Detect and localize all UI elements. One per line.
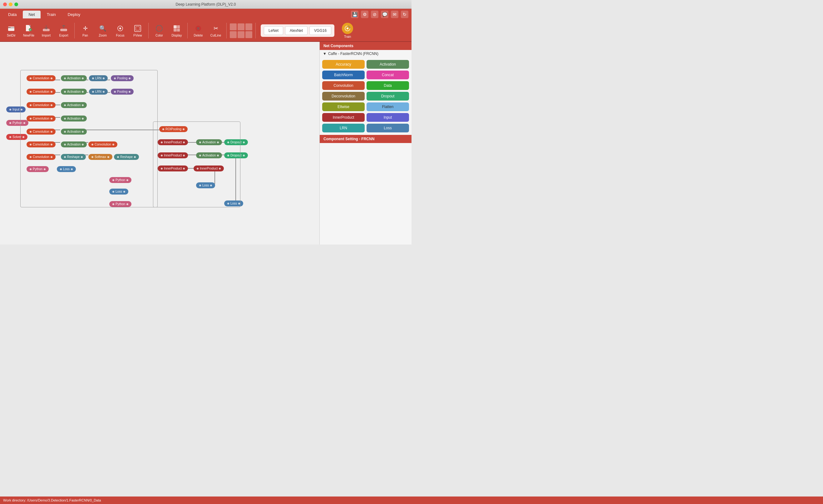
fview-button[interactable]: FView [130,21,146,40]
comp-convolution[interactable]: Convolution [322,81,365,90]
comp-deconvolution[interactable]: Deconvolution [322,92,365,101]
act-node-7[interactable]: Activation [196,139,222,145]
canvas-area[interactable]: Input Python Solver Convolution Activati… [0,42,319,244]
python-node-2[interactable]: Python [26,166,49,172]
python-node-4[interactable]: Python [109,201,132,207]
tab-train[interactable]: Train [41,11,61,18]
separator-5 [256,23,256,38]
align-right-button[interactable] [245,31,252,38]
separator-1 [74,23,74,38]
align-center-button[interactable] [237,31,244,38]
close-button[interactable] [3,2,7,6]
comp-data[interactable]: Data [366,81,409,90]
ip-node-4[interactable]: InnerProduct [194,166,224,171]
align-bottom-button[interactable] [245,23,252,30]
vgg16-button[interactable]: VGG16 [309,26,331,35]
mail-icon[interactable]: ✉ [391,11,398,18]
conv-node-2[interactable]: Convolution [26,89,55,95]
svg-rect-13 [177,25,180,28]
tab-deploy[interactable]: Deploy [62,11,86,18]
conv-node-1[interactable]: Convolution [26,75,55,81]
newfile-button[interactable]: + NewFile [21,21,37,40]
cutline-icon: ✂ [211,24,220,33]
component-grid: Accuracy Activation BatchNorm Concat Con… [320,57,412,135]
align-top-button[interactable] [230,23,237,30]
comp-batchnorm[interactable]: BatchNorm [322,70,365,79]
loss-node-2[interactable]: Loss [109,189,128,194]
comp-innerproduct[interactable]: InnerProduct [322,113,365,122]
focus-icon [116,24,125,33]
loss-node-3[interactable]: Loss [196,182,215,188]
cutline-button[interactable]: ✂ CutLine [208,21,224,40]
maximize-button[interactable] [14,2,18,6]
color-button[interactable]: Color [151,21,167,40]
comp-dropout[interactable]: Dropout [366,92,409,101]
align-middle-button[interactable] [237,23,244,30]
reshape-node-2[interactable]: Reshape [114,154,139,160]
zoom-button[interactable]: 🔍 Zoom [95,21,111,40]
import-button[interactable]: Import [38,21,54,40]
align-left-button[interactable] [230,31,237,38]
python-node-3[interactable]: Python [109,177,132,183]
save-icon[interactable]: 💾 [351,11,358,18]
act-node-3[interactable]: Activation [61,102,87,108]
comp-input[interactable]: Input [366,113,409,122]
ip-node-2[interactable]: InnerProduct [158,152,188,158]
softmax-node[interactable]: Softmax [89,154,113,160]
lrn-node-1[interactable]: LRN [89,75,108,81]
delete-button[interactable]: Delete [190,21,206,40]
chat-icon[interactable]: 💬 [381,11,388,18]
focus-button[interactable]: Focus [112,21,128,40]
comp-eltwise[interactable]: Eltwise [322,103,365,111]
comp-lrn[interactable]: LRN [322,124,365,132]
reshape-node-1[interactable]: Reshape [61,154,86,160]
comp-concat[interactable]: Concat [366,70,409,79]
roi-pooling-node[interactable]: ROIPooling [159,126,188,132]
tab-data[interactable]: Data [2,11,22,18]
conv-node-8[interactable]: Convolution [26,154,55,160]
pool-node-1[interactable]: Pooling [111,75,134,81]
conv-node-4[interactable]: Convolution [26,116,55,122]
comp-loss[interactable]: Loss [366,124,409,132]
setdir-button[interactable]: SetDir [3,21,19,40]
act-node-5[interactable]: Activation [61,129,87,135]
loss-node-1[interactable]: Loss [57,166,76,172]
align-tools [229,23,253,39]
settings-icon[interactable]: ⚙ [361,11,368,18]
act-node-8[interactable]: Activation [196,152,222,158]
export-button[interactable]: Export [55,21,72,40]
conv-node-3[interactable]: Convolution [26,102,55,108]
alexnet-button[interactable]: AlexNet [285,26,308,35]
ip-node-1[interactable]: InnerProduct [158,139,188,145]
tree-item-frcnn[interactable]: ▼ Caffe - FasterRCNN (FRCNN) [320,50,412,57]
input-node[interactable]: Input [6,107,26,113]
display-icon [172,24,181,33]
minimize-button[interactable] [9,2,12,6]
lenet-button[interactable]: LeNet [264,26,283,35]
compass-icon[interactable]: ⊘ [371,11,378,18]
act-node-6[interactable]: Activation [61,142,87,147]
conv-node-6[interactable]: Convolution [26,142,55,147]
comp-activation[interactable]: Activation [366,60,409,69]
python-node-1[interactable]: Python [6,120,28,126]
conv-node-5[interactable]: Convolution [26,129,55,135]
loss-node-4[interactable]: Loss [224,200,243,206]
comp-accuracy[interactable]: Accuracy [322,60,365,69]
component-setting-header: Component Setting - FRCNN [320,135,412,143]
display-button[interactable]: Display [169,21,185,40]
ip-node-3[interactable]: InnerProduct [158,166,188,171]
dropout-node-1[interactable]: Dropout [224,139,248,145]
conv-node-7[interactable]: Convolution [89,142,117,147]
comp-flatten[interactable]: Flatten [366,103,409,111]
lrn-node-2[interactable]: LRN [89,89,108,95]
act-node-4[interactable]: Activation [61,116,87,122]
solver-node[interactable]: Solver [6,134,27,140]
tab-net[interactable]: Net [23,11,40,18]
train-button[interactable]: Train [338,21,357,40]
dropout-node-2[interactable]: Dropout [224,152,248,158]
act-node-2[interactable]: Activation [61,89,87,95]
pan-button[interactable]: ✛ Pan [77,21,93,40]
act-node-1[interactable]: Activation [61,75,87,81]
pool-node-2[interactable]: Pooling [111,89,134,95]
refresh-icon[interactable]: ↻ [401,11,408,18]
